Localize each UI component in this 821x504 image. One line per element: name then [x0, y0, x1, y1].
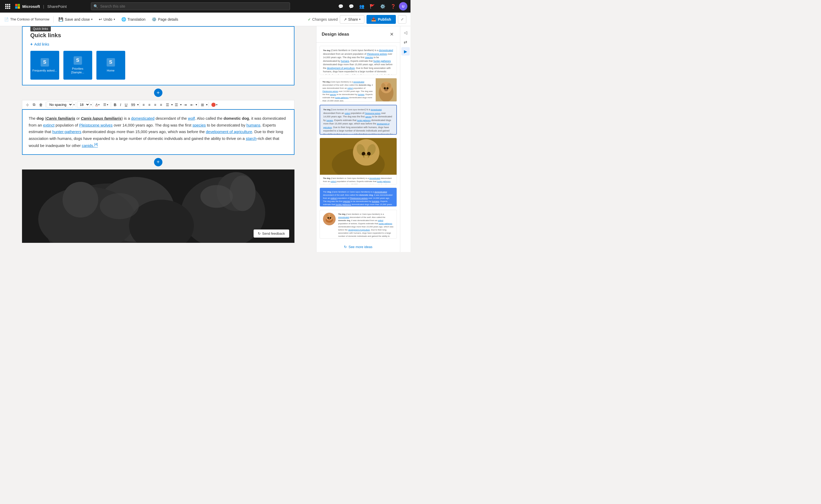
- link-domesticated[interactable]: domesticated: [131, 116, 155, 120]
- link-canids[interactable]: canids.[4]: [82, 143, 98, 148]
- delete-button[interactable]: 🗑: [37, 102, 44, 108]
- settings-icon-button[interactable]: ⚙️: [378, 2, 387, 10]
- design-card-6[interactable]: The dog (Canis familiaris or Canis lupus…: [320, 210, 397, 239]
- search-container: 🔍: [91, 2, 290, 10]
- send-feedback-label: Send feedback: [262, 232, 285, 235]
- italic-button[interactable]: I: [118, 102, 123, 108]
- link-species[interactable]: species: [193, 123, 206, 127]
- dog-thumbnail-icon: [376, 78, 397, 102]
- see-more-ideas-button[interactable]: ↻ See more ideas: [316, 242, 400, 252]
- help-icon: 💬: [338, 4, 343, 9]
- changes-saved-label: Changes saved: [312, 17, 338, 21]
- user-avatar[interactable]: U: [399, 2, 407, 10]
- copy-button[interactable]: ⧉: [31, 101, 37, 108]
- page-toolbar: 📄 The Contoso of Tomorrow 💾 Save and clo…: [0, 13, 411, 26]
- translation-button[interactable]: 🌐 Translation: [119, 15, 148, 23]
- bold-dog: dog: [37, 116, 44, 120]
- strip-icon-2[interactable]: ⇄: [401, 38, 410, 46]
- design-card-6-text: The dog (Canis familiaris or Canis lupus…: [338, 213, 393, 239]
- design-card-4-text: The dog (Canis familiaris or Canis lupus…: [320, 175, 397, 184]
- font-size-input-button[interactable]: 99: [129, 102, 137, 108]
- panel-close-button[interactable]: ✕: [389, 30, 395, 38]
- people-icon: 👥: [359, 4, 364, 9]
- link-wolf[interactable]: wolf: [188, 116, 195, 120]
- font-size-select[interactable]: 18: [77, 101, 90, 108]
- indent-button[interactable]: ⇥: [182, 102, 188, 108]
- link-humans[interactable]: humans: [247, 123, 260, 127]
- strip-icon-3[interactable]: ▶: [401, 47, 410, 56]
- question-icon-button[interactable]: ❓: [388, 2, 398, 10]
- undo-button[interactable]: ↩ Undo ▾: [96, 15, 117, 23]
- share-label: Share: [348, 17, 358, 21]
- add-icon: +: [30, 42, 33, 47]
- share-dropdown-icon[interactable]: ▾: [359, 18, 360, 21]
- color-picker-button[interactable]: ▾: [210, 102, 219, 108]
- feedback-icon: 💬: [349, 4, 354, 9]
- outdent-button[interactable]: ⇤: [189, 102, 195, 108]
- align-left-button[interactable]: ≡: [141, 102, 146, 108]
- add-section-button-1[interactable]: +: [154, 89, 162, 97]
- align-right-button[interactable]: ≡: [152, 102, 158, 108]
- microsoft-logo[interactable]: Microsoft | SharePoint: [15, 4, 67, 9]
- svg-point-11: [229, 175, 255, 211]
- link-starch[interactable]: starch: [246, 136, 256, 141]
- undo-dropdown-icon[interactable]: ▾: [114, 18, 115, 21]
- justify-button[interactable]: ≡: [158, 102, 163, 108]
- style-dropdown-icon: ▾: [73, 103, 75, 106]
- table-dropdown-icon: ▾: [206, 103, 207, 106]
- text-color-button[interactable]: A ▾: [94, 102, 101, 108]
- share-icon: ↗: [344, 17, 347, 21]
- link-extinct[interactable]: extinct: [43, 123, 54, 127]
- see-more-label: See more ideas: [348, 245, 372, 249]
- share-button[interactable]: ↗ Share ▾: [340, 15, 364, 24]
- publish-button[interactable]: 📤 Publish: [366, 15, 396, 24]
- translation-label: Translation: [128, 17, 146, 21]
- help-icon-button[interactable]: 💬: [336, 2, 346, 10]
- add-section-button-2[interactable]: +: [154, 158, 162, 166]
- bullet-list-button[interactable]: ☰: [164, 102, 171, 108]
- bold-button[interactable]: B: [112, 102, 118, 108]
- table-button[interactable]: ⊞: [199, 102, 206, 108]
- page-details-button[interactable]: ⚙️ Page details: [149, 15, 181, 23]
- page-canvas[interactable]: Quick links Quick links + Add links S Fr…: [0, 26, 316, 252]
- people-icon-button[interactable]: 👥: [357, 2, 366, 10]
- translation-icon: 🌐: [121, 17, 126, 22]
- move-button[interactable]: ⊹: [24, 102, 31, 108]
- link-pleistocene-wolves[interactable]: Pleistocene wolves: [79, 123, 113, 127]
- design-card-2[interactable]: The dog (Canis lupus familiaris) is a do…: [320, 78, 397, 102]
- search-input[interactable]: [91, 2, 290, 10]
- add-links-button[interactable]: + Add links: [30, 42, 286, 47]
- right-icon-strip: ◁ ⇄ ▶: [400, 26, 411, 252]
- link-hunter-gatherers[interactable]: hunter-gatherers: [52, 129, 81, 134]
- dog-large-photo-icon: [320, 138, 397, 175]
- design-card-3[interactable]: The dog (Canis familiaris or Canis lupus…: [320, 105, 397, 134]
- link-card-priorities[interactable]: S Priorities [Sample...: [63, 51, 92, 80]
- save-close-button[interactable]: 💾 Save and close ▾: [56, 15, 95, 23]
- align-center-button[interactable]: ≡: [147, 102, 152, 108]
- send-feedback-button[interactable]: ↻ Send feedback: [254, 229, 289, 238]
- publish-icon: 📤: [371, 17, 376, 22]
- highlight-button[interactable]: ☰ ▾: [102, 102, 110, 108]
- page-name: The Contoso of Tomorrow: [10, 17, 49, 21]
- style-select[interactable]: No spacing: [47, 101, 73, 108]
- feedback-icon-button[interactable]: 💬: [347, 2, 356, 10]
- design-card-5[interactable]: The dog (Canis familiaris or Canis lupus…: [320, 188, 397, 207]
- strip-icon-1[interactable]: ◁: [401, 28, 410, 37]
- color-picker-dropdown-icon: ▾: [216, 103, 217, 106]
- numbered-list-button[interactable]: ☰: [173, 102, 180, 108]
- waffle-menu-button[interactable]: [3, 2, 12, 10]
- home-card-label: Home: [107, 69, 114, 72]
- design-card-1[interactable]: The dog (Canis familiaris or Canis lupus…: [320, 46, 397, 75]
- design-card-4[interactable]: The dog (Canis familiaris or Canis lupus…: [320, 138, 397, 184]
- flag-icon-button[interactable]: 🚩: [368, 2, 377, 10]
- page-details-icon: ⚙️: [152, 17, 157, 22]
- link-card-home[interactable]: S Home: [96, 51, 125, 80]
- svg-point-20: [384, 87, 386, 89]
- text-editor-area[interactable]: The dog (Canis familiaris or Canis lupus…: [22, 109, 294, 155]
- settings-icon: ⚙️: [380, 4, 385, 9]
- link-development-agriculture[interactable]: development of agriculture: [206, 129, 252, 134]
- link-card-faq[interactable]: S Frequently asked...: [30, 51, 59, 80]
- underline-button[interactable]: U: [123, 102, 129, 108]
- save-close-dropdown-icon[interactable]: ▾: [91, 18, 92, 21]
- collapse-panel-button[interactable]: ⤢: [398, 15, 406, 24]
